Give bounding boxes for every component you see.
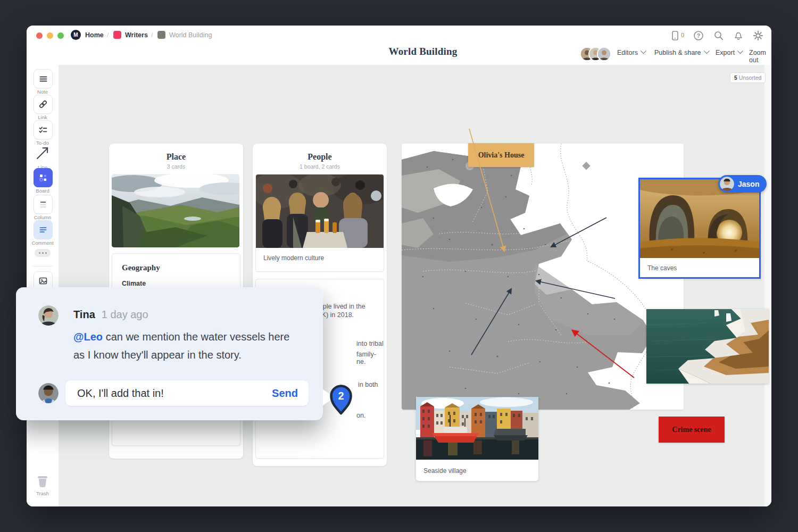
chevron-down-icon — [737, 48, 743, 54]
mention-link[interactable]: @Leo — [73, 331, 103, 343]
jason-name: Jason — [738, 180, 759, 188]
coast-image-card[interactable] — [646, 309, 769, 384]
note-tool-label: Note — [27, 89, 59, 95]
column-tool-button[interactable] — [34, 195, 53, 214]
comment-message: @Leo can we mention the water vessels he… — [73, 328, 302, 364]
people-column-subtitle: 1 board, 2 cards — [253, 163, 387, 170]
help-icon[interactable]: ? — [693, 30, 704, 43]
comment-timestamp: 1 day ago — [102, 309, 148, 320]
window-minimize-button[interactable] — [47, 32, 53, 39]
chevron-down-icon — [703, 48, 709, 54]
chevron-down-icon — [641, 48, 646, 54]
comment-tool-label: Comment — [27, 240, 59, 246]
page-title: World Building — [325, 46, 521, 57]
unsorted-badge[interactable]: 5Unsorted — [730, 72, 766, 83]
people-image-caption: Lively modern culture — [263, 254, 384, 262]
search-icon[interactable] — [713, 30, 724, 43]
todo-icon — [38, 125, 48, 135]
jason-presence-pill[interactable]: Jason — [718, 175, 767, 193]
caves-image-card[interactable]: The caves — [638, 178, 761, 279]
jason-avatar — [720, 177, 734, 191]
comment-pin[interactable]: 2 — [328, 384, 354, 416]
link-tool-label: Link — [27, 114, 59, 120]
app-window: M Home / Writers / World Building World … — [27, 26, 771, 506]
board-icon — [38, 173, 48, 182]
link-tool-button[interactable] — [34, 95, 53, 114]
notifications-bell-icon[interactable] — [733, 30, 744, 43]
covered-text-fragment: on. — [356, 412, 365, 419]
trash-icon[interactable] — [36, 473, 49, 488]
column-tool-label: Column — [27, 214, 59, 220]
coastline-photo — [646, 309, 769, 384]
caves-caption: The caves — [647, 264, 759, 272]
highlands-photo — [112, 174, 239, 247]
board-tool-button[interactable] — [34, 168, 53, 187]
desktop-background: M Home / Writers / World Building World … — [0, 0, 798, 532]
breadcrumb-writers[interactable]: Writers — [125, 31, 148, 39]
covered-text-fragment: family- — [356, 351, 376, 358]
comment-popup: Tina1 day ago @Leo can we mention the wa… — [16, 287, 323, 420]
send-button[interactable]: Send — [272, 387, 298, 400]
editor-avatar[interactable] — [597, 47, 611, 61]
tina-avatar — [38, 305, 59, 326]
line-arrow-icon — [35, 145, 51, 162]
olivia-house-label[interactable]: Olivia's House — [468, 143, 534, 167]
seaside-photo — [416, 397, 538, 460]
export-menu[interactable]: Export — [716, 49, 742, 56]
device-count: 0 — [681, 32, 684, 38]
zoom-out-button[interactable]: Zoom out — [749, 49, 771, 64]
svg-text:?: ? — [697, 32, 700, 39]
board-tool-label: Board — [27, 188, 59, 194]
link-icon — [38, 99, 48, 109]
board-canvas[interactable]: 5Unsorted Place 3 cards — [59, 65, 771, 506]
tools-sidebar: Note Link To-do Line Board Column — [27, 65, 59, 506]
covered-text-fragment: ne. — [356, 358, 365, 365]
line-tool-button[interactable] — [35, 145, 51, 162]
place-image-card[interactable] — [112, 174, 239, 247]
note-icon — [39, 74, 48, 84]
breadcrumb-home[interactable]: Home — [85, 31, 104, 39]
comment-tool-button[interactable] — [34, 220, 53, 239]
crowd-photo — [256, 174, 384, 248]
crime-scene-label[interactable]: Crime scene — [659, 417, 725, 443]
seaside-caption: Seaside village — [423, 467, 538, 475]
covered-text-fragment: in both — [358, 381, 378, 388]
climate-label: Climate — [122, 280, 240, 287]
note-heading: Geography — [122, 263, 240, 272]
editors-menu[interactable]: Editors — [617, 49, 645, 56]
publish-share-menu[interactable]: Publish & share — [654, 49, 708, 56]
writers-board-swatch — [113, 31, 121, 39]
more-tools-button[interactable] — [35, 249, 51, 257]
breadcrumb-current: World Building — [169, 31, 212, 39]
breadcrumb-separator: / — [107, 31, 109, 39]
place-column-title: Place — [109, 152, 243, 162]
todo-tool-button[interactable] — [34, 120, 53, 139]
milanote-logo[interactable]: M — [71, 30, 81, 40]
reply-text[interactable]: OK, I'll add that in! — [77, 387, 272, 400]
world-building-swatch — [157, 31, 165, 39]
leo-avatar — [38, 383, 59, 403]
place-column-subtitle: 3 cards — [109, 163, 243, 170]
trash-label: Trash — [27, 491, 59, 496]
settings-gear-icon[interactable] — [753, 30, 763, 43]
sidebar-divider — [33, 266, 52, 267]
people-image-card[interactable]: Lively modern culture — [255, 174, 384, 272]
note-tool-button[interactable] — [34, 69, 53, 88]
mobile-device-icon[interactable] — [670, 30, 680, 43]
reply-input[interactable]: OK, I'll add that in! Send — [65, 380, 309, 406]
top-bar: M Home / Writers / World Building World … — [27, 26, 771, 65]
people-column-title: People — [253, 152, 387, 162]
image-icon — [38, 276, 48, 286]
column-icon — [38, 200, 48, 209]
breadcrumb-separator: / — [151, 31, 153, 39]
svg-text:2: 2 — [338, 390, 344, 402]
seaside-image-card[interactable]: Seaside village — [416, 397, 538, 481]
comment-icon — [38, 225, 48, 235]
window-close-button[interactable] — [36, 32, 43, 39]
covered-text-fragment: into tribal — [356, 340, 384, 347]
comment-author: Tina1 day ago — [73, 309, 148, 321]
scrollbar-track[interactable] — [764, 65, 771, 506]
window-zoom-button[interactable] — [57, 32, 64, 39]
